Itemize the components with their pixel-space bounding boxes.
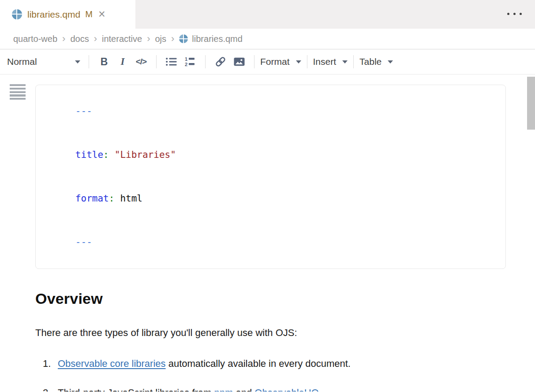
yaml-format-value: html [120, 193, 142, 204]
tab-bar: libraries.qmd M × [0, 0, 535, 29]
chevron-right-icon: › [94, 33, 97, 45]
svg-text:2: 2 [185, 62, 187, 67]
yaml-colon: : [109, 193, 115, 204]
chevron-down-icon [75, 60, 80, 63]
chevron-down-icon [296, 60, 301, 63]
toolbar-separator [156, 55, 157, 68]
italic-button[interactable]: I [113, 53, 132, 71]
vertical-scrollbar-thumb[interactable] [527, 77, 535, 130]
yaml-title-value: "Libraries" [115, 149, 176, 160]
chevron-right-icon: › [147, 33, 150, 45]
list-item-text: Third-party JavaScript libraries from np… [58, 387, 322, 392]
insert-menu[interactable]: Insert [313, 56, 348, 67]
chevron-down-icon [388, 60, 393, 63]
breadcrumb-item-docs[interactable]: docs [70, 34, 89, 44]
image-icon [233, 56, 245, 67]
bullet-list-icon [165, 56, 178, 67]
ellipsis-icon [507, 13, 509, 15]
link-observablehq[interactable]: ObservableHQ [254, 387, 319, 392]
breadcrumb-file-label: libraries.qmd [192, 34, 242, 44]
numbered-list-button[interactable]: 1 2 [181, 53, 199, 71]
toolbar-separator [353, 55, 354, 68]
quarto-file-icon [12, 9, 22, 19]
block-drag-handle-icon[interactable] [10, 84, 26, 100]
paragraph-style-dropdown[interactable]: Normal [7, 56, 83, 67]
modified-badge: M [85, 9, 93, 19]
table-menu[interactable]: Table [359, 56, 393, 67]
yaml-close-delimiter: --- [75, 237, 92, 247]
image-button[interactable] [230, 53, 248, 71]
bullet-list-button[interactable] [162, 53, 181, 71]
link-observable-core-libraries[interactable]: Observable core libraries [58, 358, 166, 369]
bold-button[interactable]: B [95, 53, 113, 71]
yaml-colon: : [103, 149, 109, 160]
section-heading-overview: Overview [35, 289, 535, 308]
chevron-down-icon [342, 60, 348, 63]
bold-icon: B [101, 56, 108, 68]
numbered-list: 1. Observable core libraries automatical… [0, 358, 535, 392]
breadcrumb-item-interactive[interactable]: interactive [102, 34, 142, 44]
list-marker: 1. [43, 358, 58, 370]
close-icon[interactable]: × [98, 8, 105, 20]
code-icon: </> [136, 57, 146, 67]
yaml-format-key: format [75, 193, 109, 204]
tab-strip-empty [135, 0, 535, 29]
breadcrumb-item-quarto-web[interactable]: quarto-web [13, 34, 57, 44]
list-item: 1. Observable core libraries automatical… [43, 358, 535, 370]
list-item: 2. Third-party JavaScript libraries from… [43, 387, 535, 392]
toolbar-separator [89, 55, 89, 68]
link-icon [214, 56, 227, 67]
list-item-text: Observable core libraries automatically … [58, 358, 351, 370]
editor-toolbar: Normal B I </> 1 2 [0, 49, 535, 75]
svg-text:1: 1 [185, 56, 187, 62]
numbered-list-icon: 1 2 [184, 56, 196, 67]
link-button[interactable] [211, 53, 230, 71]
tab-libraries-qmd[interactable]: libraries.qmd M × [0, 0, 135, 29]
italic-icon: I [121, 56, 125, 67]
yaml-open-delimiter: --- [75, 106, 92, 116]
chevron-right-icon: › [171, 33, 174, 45]
breadcrumb: quarto-web › docs › interactive › ojs › … [0, 29, 535, 49]
breadcrumb-item-libraries-qmd[interactable]: libraries.qmd [179, 34, 242, 44]
yaml-title-key: title [75, 149, 103, 160]
format-menu[interactable]: Format [260, 56, 301, 67]
code-button[interactable]: </> [132, 53, 150, 71]
yaml-front-matter-block[interactable]: --- title:"Libraries" format:html --- [35, 85, 506, 269]
toolbar-separator [254, 55, 254, 68]
intro-paragraph: There are three types of library you'll … [35, 327, 481, 339]
toolbar-separator [307, 55, 307, 68]
chevron-right-icon: › [62, 33, 65, 45]
tab-title: libraries.qmd [27, 9, 80, 20]
link-npm[interactable]: npm [214, 387, 233, 392]
editor-content: --- title:"Libraries" format:html --- Ov… [0, 75, 535, 392]
toolbar-separator [205, 55, 206, 68]
quarto-file-icon [179, 34, 188, 43]
breadcrumb-item-ojs[interactable]: ojs [155, 34, 166, 44]
paragraph-style-value: Normal [7, 56, 37, 67]
list-marker: 2. [43, 387, 58, 392]
more-actions-button[interactable] [505, 11, 524, 17]
